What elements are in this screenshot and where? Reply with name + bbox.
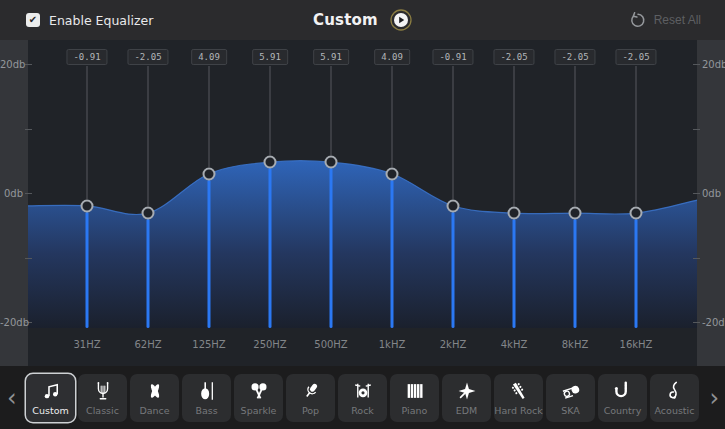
gain-value-label: -2.05 — [615, 49, 656, 65]
preset-tile-hard-rock[interactable]: Hard Rock — [494, 374, 543, 422]
frequency-label: 250HZ — [253, 339, 286, 350]
reset-all-label: Reset All — [654, 13, 701, 27]
reset-icon — [629, 12, 646, 29]
db-axis-label: 0db — [0, 187, 23, 200]
eq-curve-chart — [0, 40, 725, 366]
preset-label: Country — [604, 406, 642, 416]
slider-handle[interactable] — [325, 156, 338, 169]
preset-label: Piano — [402, 406, 428, 416]
gain-value-label: -2.05 — [127, 49, 168, 65]
scroll-right-button[interactable]: › — [709, 386, 719, 410]
slider-handle[interactable] — [569, 207, 582, 220]
scroll-left-button[interactable]: ‹ — [7, 386, 17, 410]
preset-tile-ska[interactable]: SKA — [546, 374, 595, 422]
preset-label: EDM — [456, 406, 478, 416]
trombone-icon — [560, 378, 582, 404]
slider-rail — [392, 66, 393, 167]
header-bar: ✔ Enable Equalizer Custom Reset All — [0, 0, 725, 40]
preset-label: Rock — [351, 406, 374, 416]
gain-value-label: 4.09 — [191, 49, 227, 65]
slider-rail — [148, 66, 149, 206]
equalizer-window: ✔ Enable Equalizer Custom Reset All — [0, 0, 725, 429]
slider-active-track[interactable] — [574, 219, 577, 328]
frequency-label: 62HZ — [134, 339, 161, 350]
preset-tile-classic[interactable]: Classic — [78, 374, 127, 422]
preset-label: SKA — [561, 406, 580, 416]
eq-curve-area — [28, 161, 697, 328]
frequency-label: 2kHZ — [440, 339, 467, 350]
music-notes-icon — [40, 378, 62, 404]
slider-rail — [209, 66, 210, 167]
ballet-shoes-icon — [144, 378, 166, 404]
slider-active-track[interactable] — [513, 219, 516, 328]
cello-icon — [196, 378, 218, 404]
slider-rail — [87, 66, 88, 199]
slider-active-track[interactable] — [269, 168, 272, 328]
db-axis-label: 0db — [702, 187, 721, 200]
enable-equalizer-control[interactable]: ✔ Enable Equalizer — [26, 0, 153, 40]
slider-handle[interactable] — [81, 199, 94, 212]
saxophone-icon — [612, 378, 634, 404]
play-button[interactable] — [390, 9, 412, 31]
treble-clef-icon — [664, 378, 686, 404]
frequency-label: 500HZ — [314, 339, 347, 350]
checkmark-icon: ✔ — [29, 15, 37, 25]
enable-checkbox[interactable]: ✔ — [26, 13, 40, 27]
microphone-icon — [300, 378, 322, 404]
db-axis-tick — [693, 64, 700, 65]
slider-active-track[interactable] — [330, 168, 333, 328]
slider-handle[interactable] — [508, 207, 521, 220]
preset-tile-dance[interactable]: Dance — [130, 374, 179, 422]
gain-value-label: -0.91 — [432, 49, 473, 65]
db-axis-tick — [25, 258, 32, 259]
slider-active-track[interactable] — [86, 212, 89, 328]
piano-keys-icon — [404, 378, 426, 404]
drum-kit-icon — [352, 378, 374, 404]
db-axis-tick — [693, 258, 700, 259]
db-axis-tick — [25, 129, 32, 130]
slider-handle[interactable] — [142, 207, 155, 220]
slider-rail — [453, 66, 454, 199]
slider-active-track[interactable] — [391, 180, 394, 328]
slider-handle[interactable] — [447, 199, 460, 212]
preset-label: Hard Rock — [494, 406, 542, 416]
slider-rail — [331, 66, 332, 155]
gain-value-label: -2.05 — [554, 49, 595, 65]
slider-active-track[interactable] — [208, 180, 211, 328]
frequency-label: 16kHZ — [620, 339, 653, 350]
slider-rail — [636, 66, 637, 206]
slider-handle[interactable] — [203, 167, 216, 180]
gain-value-label: 5.91 — [313, 49, 349, 65]
preset-tile-country[interactable]: Country — [598, 374, 647, 422]
preset-label: Bass — [195, 406, 217, 416]
preset-tile-rock[interactable]: Rock — [338, 374, 387, 422]
preset-tile-edm[interactable]: EDM — [442, 374, 491, 422]
preset-tiles: Custom Classic Dance Bass — [26, 374, 699, 422]
preset-tile-custom[interactable]: Custom — [26, 374, 75, 422]
preset-tile-acoustic[interactable]: Acoustic — [650, 374, 699, 422]
slider-rail — [270, 66, 271, 155]
slider-handle[interactable] — [630, 207, 643, 220]
slider-active-track[interactable] — [147, 219, 150, 328]
slider-active-track[interactable] — [635, 219, 638, 328]
preset-tile-piano[interactable]: Piano — [390, 374, 439, 422]
slider-handle[interactable] — [264, 156, 277, 169]
preset-tile-sparkle[interactable]: Sparkle — [234, 374, 283, 422]
frequency-label: 4kHZ — [501, 339, 528, 350]
slider-active-track[interactable] — [452, 212, 455, 328]
db-axis-label: -20db — [702, 316, 725, 329]
reset-all-button[interactable]: Reset All — [629, 0, 701, 40]
db-axis-tick — [25, 64, 32, 65]
equalizer-graph: -0.9131HZ-2.0562HZ4.09125HZ5.91250HZ5.91… — [0, 40, 725, 366]
preset-tile-bass[interactable]: Bass — [182, 374, 231, 422]
slider-handle[interactable] — [386, 167, 399, 180]
db-axis-tick — [693, 129, 700, 130]
preset-tile-pop[interactable]: Pop — [286, 374, 335, 422]
maracas-icon — [248, 378, 270, 404]
preset-label: Custom — [32, 406, 68, 416]
frequency-label: 8kHZ — [562, 339, 589, 350]
frequency-label: 31HZ — [73, 339, 100, 350]
db-axis-label: -20db — [0, 316, 23, 329]
gain-value-label: 5.91 — [252, 49, 288, 65]
db-axis-tick — [693, 322, 700, 323]
